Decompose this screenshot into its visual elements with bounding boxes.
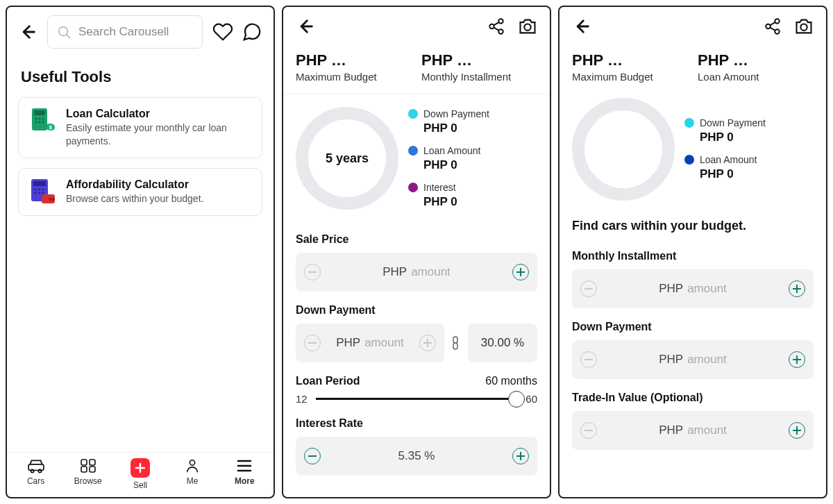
chat-icon[interactable]: [242, 22, 262, 42]
svg-point-55: [775, 29, 780, 34]
loan-amount: PHP … Loan Amount: [698, 51, 814, 83]
monthly-installment-input[interactable]: PHPamount: [572, 269, 814, 308]
svg-point-5: [35, 117, 37, 119]
summary-row: PHP … Maximum Budget PHP … Monthly Insta…: [283, 43, 550, 94]
svg-point-16: [38, 188, 40, 190]
nav-me[interactable]: Me: [167, 458, 219, 490]
svg-rect-27: [90, 460, 95, 465]
dot-icon: [408, 183, 418, 192]
monthly-installment-label: Monthly Installment: [572, 250, 814, 262]
svg-rect-28: [81, 467, 87, 472]
svg-line-57: [770, 28, 775, 31]
nav-cars[interactable]: Cars: [10, 458, 62, 490]
sale-price-input[interactable]: PHPamount: [296, 253, 537, 292]
header: Search Carousell: [7, 7, 274, 51]
svg-line-41: [494, 28, 498, 31]
svg-point-54: [766, 24, 771, 29]
svg-point-39: [498, 29, 503, 34]
tool-loan-calculator[interactable]: $ Loan Calculator Easily estimate your m…: [18, 97, 262, 158]
camera-icon[interactable]: [518, 17, 537, 35]
svg-point-20: [42, 192, 44, 194]
trade-in-input[interactable]: PHPamount: [572, 411, 814, 450]
svg-point-17: [42, 188, 44, 190]
svg-point-25: [38, 469, 41, 472]
header: [559, 7, 826, 43]
interest-rate-label: Interest Rate: [296, 417, 537, 430]
loan-period-slider[interactable]: 12 60: [296, 393, 537, 405]
dot-icon: [408, 109, 418, 119]
back-icon[interactable]: [18, 22, 37, 42]
nav-browse[interactable]: Browse: [62, 458, 114, 490]
calculator-icon: $: [30, 108, 56, 134]
minus-button[interactable]: [580, 351, 597, 368]
donut-row: Down Payment PHP 0 Loan Amount PHP 0: [559, 85, 826, 208]
search-input[interactable]: Search Carousell: [47, 15, 203, 49]
svg-line-56: [770, 22, 775, 25]
link-icon: [451, 335, 461, 351]
svg-text:$: $: [49, 125, 52, 131]
tool-title: Loan Calculator: [66, 108, 251, 120]
loan-period-label: Loan Period 60 months: [296, 375, 537, 387]
donut-chart: [572, 98, 675, 201]
legend-interest: Interest PHP 0: [408, 182, 489, 209]
dot-icon: [408, 146, 418, 156]
summary-row: PHP … Maximum Budget PHP … Loan Amount: [559, 43, 826, 85]
dot-icon: [684, 155, 694, 165]
plus-button[interactable]: [419, 335, 436, 351]
plus-button[interactable]: [512, 264, 529, 280]
nav-sell[interactable]: Sell: [114, 458, 166, 490]
svg-point-6: [38, 117, 40, 119]
svg-point-24: [31, 469, 33, 472]
share-icon[interactable]: [487, 17, 505, 35]
interest-rate-input[interactable]: 5.35 %: [296, 437, 537, 476]
svg-line-40: [494, 22, 498, 25]
header: [283, 7, 550, 43]
plus-icon: [131, 458, 150, 478]
svg-point-19: [38, 192, 40, 194]
tool-affordability-calculator[interactable]: Affordability Calculator Browse cars wit…: [18, 168, 262, 216]
page-title: Useful Tools: [7, 51, 274, 97]
down-payment-amount-input[interactable]: PHPamount: [296, 324, 444, 362]
phone-loan-calculator: PHP … Maximum Budget PHP … Monthly Insta…: [282, 6, 551, 498]
share-icon[interactable]: [764, 17, 782, 35]
minus-button[interactable]: [304, 264, 321, 280]
slider-thumb[interactable]: [508, 391, 525, 408]
svg-point-7: [42, 117, 44, 119]
tool-desc: Browse cars within your budget.: [66, 192, 203, 205]
legend-down-payment: Down Payment PHP 0: [684, 117, 766, 144]
legend: Down Payment PHP 0 Loan Amount PHP 0: [684, 117, 766, 181]
plus-button[interactable]: [789, 351, 805, 368]
plus-button[interactable]: [789, 422, 805, 439]
maximum-budget: PHP … Maximum Budget: [296, 51, 412, 83]
minus-button[interactable]: [580, 422, 597, 439]
phone-affordability-calculator: PHP … Maximum Budget PHP … Loan Amount D…: [558, 6, 827, 498]
legend: Down Payment PHP 0 Loan Amount PHP 0 Int…: [408, 108, 489, 209]
back-icon[interactable]: [296, 17, 315, 36]
svg-rect-26: [81, 460, 87, 465]
plus-button[interactable]: [512, 448, 529, 464]
nav-more[interactable]: More: [219, 458, 271, 490]
svg-line-2: [67, 35, 69, 37]
donut-row: 5 years Down Payment PHP 0 Loan Amount P…: [283, 94, 550, 217]
svg-point-53: [775, 19, 780, 24]
svg-point-37: [498, 19, 503, 24]
minus-button[interactable]: [580, 280, 597, 297]
sale-price-label: Sale Price: [296, 233, 537, 246]
heart-icon[interactable]: [212, 22, 233, 42]
back-icon[interactable]: [572, 17, 591, 36]
svg-point-38: [489, 24, 494, 29]
svg-point-32: [190, 460, 194, 465]
tool-title: Affordability Calculator: [66, 178, 203, 191]
bottom-nav: Cars Browse Sell Me More: [7, 452, 274, 497]
plus-button[interactable]: [789, 280, 805, 297]
minus-button[interactable]: [304, 335, 321, 351]
svg-rect-29: [90, 467, 95, 472]
down-payment-label: Down Payment: [572, 321, 814, 333]
calculator-wallet-icon: [30, 178, 56, 205]
phone-useful-tools: Search Carousell Useful Tools $ Loan Cal…: [6, 6, 275, 498]
camera-icon[interactable]: [794, 17, 814, 35]
minus-button[interactable]: [304, 448, 321, 464]
legend-loan-amount: Loan Amount PHP 0: [684, 154, 766, 181]
down-payment-percent-input[interactable]: 30.00 %: [468, 324, 537, 362]
down-payment-input[interactable]: PHPamount: [572, 340, 814, 379]
